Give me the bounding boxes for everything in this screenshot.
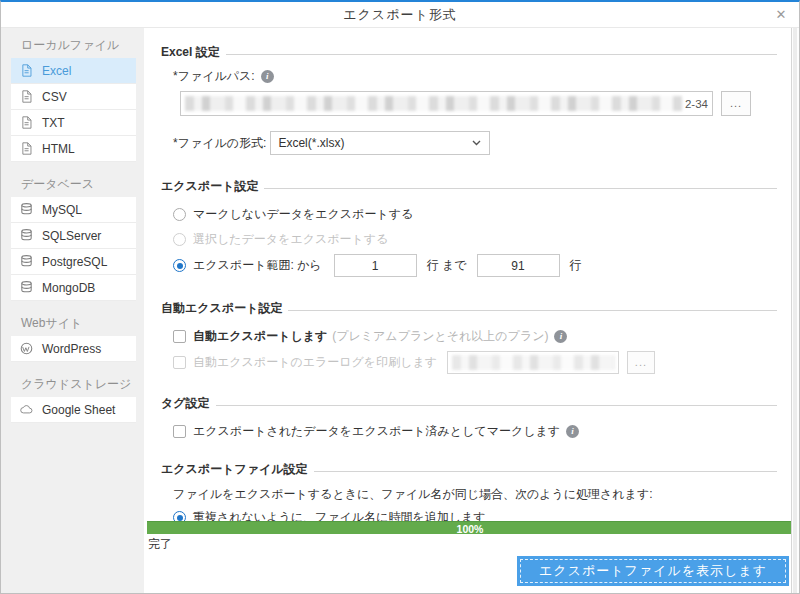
file-path-label-row: *ファイルパス: i bbox=[173, 68, 777, 85]
file-format-label: *ファイルの形式: bbox=[173, 135, 266, 152]
option-auto-export[interactable]: 自動エクスポートします (プレミアムプランとそれ以上のプラン) i bbox=[173, 328, 777, 345]
section-heading: タグ設定 bbox=[161, 395, 210, 412]
section-export-settings: エクスポート設定 bbox=[161, 178, 777, 195]
sidebar-section-local: ローカルファイル Excel CSV TXT bbox=[11, 33, 136, 162]
dialog-body: ローカルファイル Excel CSV TXT bbox=[1, 28, 799, 593]
premium-note: (プレミアムプランとそれ以上のプラン) bbox=[332, 328, 548, 345]
sidebar-item-label: PostgreSQL bbox=[42, 255, 107, 269]
sidebar-item-csv[interactable]: CSV bbox=[11, 84, 136, 110]
action-button-row: エクスポートファイルを表示します bbox=[144, 552, 799, 586]
sidebar-item-postgresql[interactable]: PostgreSQL bbox=[11, 249, 136, 275]
file-format-select[interactable]: Excel(*.xlsx) bbox=[270, 131, 490, 155]
file-icon bbox=[20, 90, 34, 104]
info-icon[interactable]: i bbox=[261, 70, 274, 83]
database-icon bbox=[20, 229, 34, 243]
option-export-unmarked[interactable]: マークしないデータをエクスポートする bbox=[173, 206, 777, 223]
radio-icon[interactable] bbox=[173, 208, 186, 221]
option-error-log-disabled: 自動エクスポートのエラーログを印刷します ... bbox=[173, 351, 777, 374]
file-icon bbox=[20, 116, 34, 130]
section-heading: エクスポート設定 bbox=[161, 178, 258, 195]
section-heading: Excel 設定 bbox=[161, 44, 220, 61]
browse-button[interactable]: ... bbox=[721, 91, 751, 116]
sidebar-item-excel[interactable]: Excel bbox=[11, 58, 136, 84]
sidebar-item-google-sheet[interactable]: Google Sheet bbox=[11, 397, 136, 423]
option-add-time[interactable]: 重複されないように、ファイル名に時間を追加します bbox=[173, 509, 777, 521]
sidebar-section-website: Webサイト WordPress bbox=[11, 311, 136, 362]
sidebar-item-wordpress[interactable]: WordPress bbox=[11, 336, 136, 362]
error-log-path-input bbox=[447, 351, 619, 374]
database-icon bbox=[20, 281, 34, 295]
settings-panel: Excel 設定 *ファイルパス: i 2-34 ... *ファイルの形式: bbox=[144, 28, 799, 593]
section-excel-settings: Excel 設定 bbox=[161, 44, 777, 61]
file-format-value: Excel(*.xlsx) bbox=[278, 136, 472, 150]
database-icon bbox=[20, 203, 34, 217]
blurred-path-text bbox=[452, 355, 615, 370]
show-export-file-button[interactable]: エクスポートファイルを表示します bbox=[517, 556, 789, 586]
sidebar-item-label: Excel bbox=[42, 64, 71, 78]
section-heading: エクスポートファイル設定 bbox=[161, 461, 308, 478]
file-path-label: *ファイルパス: bbox=[173, 68, 255, 85]
option-label: 重複されないように、ファイル名に時間を追加します bbox=[193, 509, 486, 521]
sidebar-item-mysql[interactable]: MySQL bbox=[11, 197, 136, 223]
duplicate-handling-description: ファイルをエクスポートするときに、ファイル名が同じ場合、次のように処理されます: bbox=[173, 486, 777, 503]
section-auto-export: 自動エクスポート設定 bbox=[161, 300, 777, 317]
database-icon bbox=[20, 255, 34, 269]
dialog-titlebar: エクスポート形式 ✕ bbox=[1, 2, 799, 28]
vertical-scrollbar[interactable] bbox=[791, 28, 799, 593]
range-mid-label: 行 まで bbox=[427, 257, 467, 274]
range-to-input[interactable] bbox=[477, 254, 560, 277]
dialog-title: エクスポート形式 bbox=[1, 2, 799, 27]
sidebar-item-txt[interactable]: TXT bbox=[11, 110, 136, 136]
sidebar-item-label: TXT bbox=[42, 116, 65, 130]
option-mark-exported[interactable]: エクスポートされたデータをエクスポート済みとしてマークします i bbox=[173, 423, 777, 440]
sidebar-item-mongodb[interactable]: MongoDB bbox=[11, 275, 136, 301]
file-path-input[interactable]: 2-34 bbox=[180, 91, 713, 116]
radio-icon bbox=[173, 233, 186, 246]
info-icon[interactable]: i bbox=[554, 330, 567, 343]
export-target-sidebar: ローカルファイル Excel CSV TXT bbox=[1, 28, 144, 593]
file-path-visible-tail: 2-34 bbox=[685, 98, 712, 110]
option-label: 自動エクスポートのエラーログを印刷します bbox=[193, 354, 437, 371]
progress-percent: 100% bbox=[457, 523, 484, 535]
browse-button-disabled: ... bbox=[627, 351, 655, 374]
range-tail-label: 行 bbox=[570, 257, 582, 274]
sidebar-section-database: データベース MySQL SQLServer PostgreSQL bbox=[11, 172, 136, 301]
option-label: エクスポートされたデータをエクスポート済みとしてマークします bbox=[193, 423, 560, 440]
blurred-path-text bbox=[185, 96, 682, 111]
status-text: 完了 bbox=[148, 536, 799, 552]
section-tag-settings: タグ設定 bbox=[161, 395, 777, 412]
option-label: 選択したデータをエクスポートする bbox=[193, 231, 388, 248]
section-heading: 自動エクスポート設定 bbox=[161, 300, 282, 317]
range-from-input[interactable] bbox=[334, 254, 417, 277]
close-icon[interactable]: ✕ bbox=[770, 2, 792, 27]
checkbox-icon bbox=[173, 356, 186, 369]
settings-content: Excel 設定 *ファイルパス: i 2-34 ... *ファイルの形式: bbox=[144, 28, 799, 521]
checkbox-icon[interactable] bbox=[173, 330, 186, 343]
sidebar-item-label: WordPress bbox=[42, 342, 101, 356]
sidebar-item-html[interactable]: HTML bbox=[11, 136, 136, 162]
sidebar-section-cloud: クラウドストレージ Google Sheet bbox=[11, 372, 136, 423]
option-label: マークしないデータをエクスポートする bbox=[193, 206, 413, 223]
scrollbar-thumb[interactable] bbox=[793, 28, 797, 593]
radio-icon[interactable] bbox=[173, 259, 186, 272]
info-icon[interactable]: i bbox=[566, 425, 579, 438]
progress-bar: 100% bbox=[147, 521, 793, 534]
option-export-selected-disabled: 選択したデータをエクスポートする bbox=[173, 231, 777, 248]
file-icon bbox=[20, 64, 34, 78]
checkbox-icon[interactable] bbox=[173, 425, 186, 438]
sidebar-item-label: SQLServer bbox=[42, 229, 101, 243]
file-format-row: *ファイルの形式: Excel(*.xlsx) bbox=[173, 131, 777, 155]
file-icon bbox=[20, 142, 34, 156]
wordpress-icon bbox=[20, 342, 34, 356]
sidebar-section-header: データベース bbox=[11, 172, 136, 197]
sidebar-item-sqlserver[interactable]: SQLServer bbox=[11, 223, 136, 249]
sidebar-item-label: MySQL bbox=[42, 203, 82, 217]
sidebar-item-label: Google Sheet bbox=[42, 403, 115, 417]
sidebar-section-header: クラウドストレージ bbox=[11, 372, 136, 397]
cloud-icon bbox=[20, 403, 34, 417]
radio-icon[interactable] bbox=[173, 511, 186, 521]
file-path-row: 2-34 ... bbox=[180, 91, 777, 116]
sidebar-section-header: ローカルファイル bbox=[11, 33, 136, 58]
option-label: 自動エクスポートします bbox=[193, 328, 327, 345]
option-export-range[interactable]: エクスポート範囲: から 行 まで 行 bbox=[173, 254, 777, 277]
